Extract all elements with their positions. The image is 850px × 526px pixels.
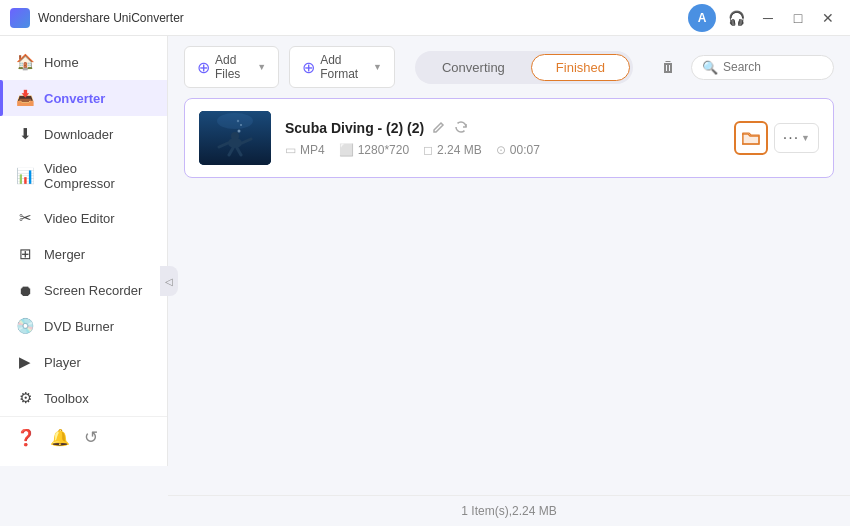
trash-icon xyxy=(660,59,676,75)
refresh-icon[interactable] xyxy=(454,120,468,137)
add-files-chevron: ▼ xyxy=(257,62,266,72)
sidebar-item-video-compressor[interactable]: 📊 Video Compressor xyxy=(0,152,167,200)
svg-point-1 xyxy=(217,113,253,129)
file-meta: ▭ MP4 ⬜ 1280*720 ◻ 2.24 MB ⊙ xyxy=(285,143,720,157)
sidebar-item-converter[interactable]: 📥 Converter xyxy=(0,80,167,116)
add-format-label: Add Format xyxy=(320,53,368,81)
home-icon: 🏠 xyxy=(16,53,34,71)
sidebar-item-downloader[interactable]: ⬇ Downloader xyxy=(0,116,167,152)
app-logo xyxy=(10,8,30,28)
user-avatar[interactable]: A xyxy=(688,4,716,32)
svg-point-10 xyxy=(237,120,239,122)
tab-bar: Converting Finished xyxy=(415,51,633,84)
more-dots: ··· xyxy=(783,129,799,147)
more-options-button[interactable]: ··· ▼ xyxy=(774,123,819,153)
content-area: ⊕ Add Files ▼ ⊕ Add Format ▼ Converting … xyxy=(168,36,850,526)
size-icon: ◻ xyxy=(423,143,433,157)
sidebar-item-home[interactable]: 🏠 Home xyxy=(0,44,167,80)
file-resolution: 1280*720 xyxy=(358,143,409,157)
minimize-button[interactable]: ─ xyxy=(756,6,780,30)
file-info: Scuba Diving - (2) (2) xyxy=(285,120,720,157)
toolbar: ⊕ Add Files ▼ ⊕ Add Format ▼ Converting … xyxy=(168,36,850,98)
file-list: Scuba Diving - (2) (2) xyxy=(168,98,850,495)
add-files-icon: ⊕ xyxy=(197,58,210,77)
sidebar-item-video-editor[interactable]: ✂ Video Editor xyxy=(0,200,167,236)
size-meta: ◻ 2.24 MB xyxy=(423,143,482,157)
tab-finished[interactable]: Finished xyxy=(531,54,630,81)
statusbar-text: 1 Item(s),2.24 MB xyxy=(461,504,556,518)
maximize-button[interactable]: □ xyxy=(786,6,810,30)
statusbar: 1 Item(s),2.24 MB xyxy=(168,495,850,526)
open-folder-button[interactable] xyxy=(734,121,768,155)
notification-icon[interactable]: 🔔 xyxy=(50,428,70,447)
sidebar-item-label: Toolbox xyxy=(44,391,89,406)
edit-icon[interactable] xyxy=(432,120,446,137)
file-duration: 00:07 xyxy=(510,143,540,157)
sidebar-item-player[interactable]: ▶ Player xyxy=(0,344,167,380)
file-format: MP4 xyxy=(300,143,325,157)
search-icon: 🔍 xyxy=(702,60,718,75)
file-name-row: Scuba Diving - (2) (2) xyxy=(285,120,720,137)
sidebar-item-label: Merger xyxy=(44,247,85,262)
sidebar-item-label: Video Editor xyxy=(44,211,115,226)
converter-icon: 📥 xyxy=(16,89,34,107)
thumbnail-image xyxy=(199,111,271,165)
svg-point-8 xyxy=(238,130,241,133)
format-icon: ▭ xyxy=(285,143,296,157)
add-format-chevron: ▼ xyxy=(373,62,382,72)
sidebar-item-label: Video Compressor xyxy=(44,161,151,191)
resolution-meta: ⬜ 1280*720 xyxy=(339,143,409,157)
downloader-icon: ⬇ xyxy=(16,125,34,143)
sidebar-item-label: Screen Recorder xyxy=(44,283,142,298)
sidebar-item-dvd-burner[interactable]: 💿 DVD Burner xyxy=(0,308,167,344)
video-editor-icon: ✂ xyxy=(16,209,34,227)
format-meta: ▭ MP4 xyxy=(285,143,325,157)
sidebar-item-merger[interactable]: ⊞ Merger xyxy=(0,236,167,272)
tab-converting[interactable]: Converting xyxy=(418,55,529,80)
app-title: Wondershare UniConverter xyxy=(38,11,688,25)
titlebar: Wondershare UniConverter A 🎧 ─ □ ✕ xyxy=(0,0,850,36)
sidebar-item-toolbox[interactable]: ⚙ Toolbox xyxy=(0,380,167,416)
main-layout: 🏠 Home 📥 Converter ⬇ Downloader 📊 Video … xyxy=(0,36,850,526)
duration-meta: ⊙ 00:07 xyxy=(496,143,540,157)
file-thumbnail xyxy=(199,111,271,165)
headphone-icon[interactable]: 🎧 xyxy=(722,4,750,32)
dvd-burner-icon: 💿 xyxy=(16,317,34,335)
file-name: Scuba Diving - (2) (2) xyxy=(285,120,424,136)
screen-recorder-icon: ⏺ xyxy=(16,281,34,299)
feedback-icon[interactable]: ↺ xyxy=(84,427,98,448)
file-size: 2.24 MB xyxy=(437,143,482,157)
sidebar-bottom: ❓ 🔔 ↺ xyxy=(0,416,167,458)
player-icon: ▶ xyxy=(16,353,34,371)
close-button[interactable]: ✕ xyxy=(816,6,840,30)
search-input[interactable] xyxy=(723,60,823,74)
toolbar-right: 🔍 xyxy=(653,52,834,82)
sidebar-collapse-handle[interactable]: ◁ xyxy=(160,266,178,296)
sidebar-item-label: Downloader xyxy=(44,127,113,142)
more-chevron: ▼ xyxy=(801,133,810,143)
add-files-label: Add Files xyxy=(215,53,252,81)
help-icon[interactable]: ❓ xyxy=(16,428,36,447)
video-compressor-icon: 📊 xyxy=(16,167,34,185)
svg-point-3 xyxy=(231,132,239,140)
add-files-button[interactable]: ⊕ Add Files ▼ xyxy=(184,46,279,88)
trash-button[interactable] xyxy=(653,52,683,82)
sidebar-item-label: Player xyxy=(44,355,81,370)
sidebar-item-label: Converter xyxy=(44,91,105,106)
sidebar-item-label: DVD Burner xyxy=(44,319,114,334)
sidebar: 🏠 Home 📥 Converter ⬇ Downloader 📊 Video … xyxy=(0,36,168,466)
duration-icon: ⊙ xyxy=(496,143,506,157)
svg-point-9 xyxy=(240,124,242,126)
resolution-icon: ⬜ xyxy=(339,143,354,157)
sidebar-item-label: Home xyxy=(44,55,79,70)
sidebar-item-screen-recorder[interactable]: ⏺ Screen Recorder xyxy=(0,272,167,308)
sidebar-wrapper: 🏠 Home 📥 Converter ⬇ Downloader 📊 Video … xyxy=(0,36,168,526)
file-card: Scuba Diving - (2) (2) xyxy=(184,98,834,178)
titlebar-controls: A 🎧 ─ □ ✕ xyxy=(688,4,840,32)
add-format-button[interactable]: ⊕ Add Format ▼ xyxy=(289,46,395,88)
add-format-icon: ⊕ xyxy=(302,58,315,77)
toolbox-icon: ⚙ xyxy=(16,389,34,407)
folder-icon xyxy=(742,130,760,146)
file-actions: ··· ▼ xyxy=(734,121,819,155)
search-box: 🔍 xyxy=(691,55,834,80)
